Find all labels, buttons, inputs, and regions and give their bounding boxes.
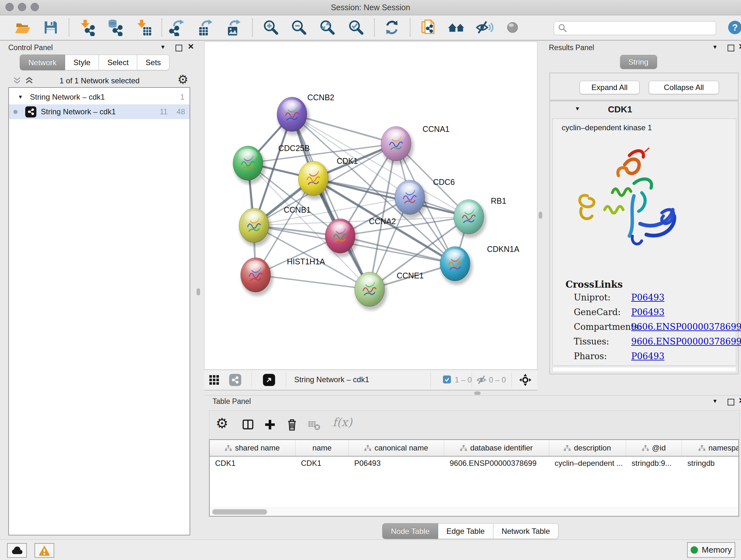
crosshair-icon[interactable] [519, 373, 532, 387]
node-CDK1[interactable]: CDK1 [298, 157, 358, 199]
node-RB1[interactable]: RB1 [454, 196, 507, 238]
table-cell[interactable]: CDK1 [210, 456, 295, 470]
grid-view-icon[interactable] [209, 375, 219, 385]
crosslink-value-link[interactable]: 9606.ENSP00000378699 [631, 336, 741, 347]
svg-text:?: ? [732, 22, 738, 33]
crosslink-value-link[interactable]: P06493 [631, 307, 664, 317]
tab-select[interactable]: Select [99, 55, 137, 70]
import-network-file-button[interactable] [78, 18, 96, 37]
collection-count: 1 [180, 92, 185, 102]
expand-all-button[interactable]: Expand All [580, 81, 639, 94]
detach-view-icon[interactable] [263, 374, 275, 386]
table-hscrollbar-thumb[interactable] [212, 509, 267, 515]
column-header-namespace[interactable]: namespace [682, 440, 739, 456]
collapse-all-button[interactable]: Collapse All [649, 81, 719, 94]
import-network-database-button[interactable] [106, 18, 124, 37]
tab-network-table[interactable]: Network Table [493, 523, 559, 539]
zoom-selected-button[interactable] [347, 18, 365, 37]
table-cell[interactable]: 9606.ENSP00000378699 [444, 456, 549, 470]
toolbar-search[interactable] [554, 21, 716, 35]
add-column-icon[interactable] [264, 419, 276, 430]
bottom-splitter-handle[interactable] [474, 391, 481, 395]
tab-node-table[interactable]: Node Table [382, 523, 438, 539]
gear-icon[interactable]: ⚙ [178, 72, 188, 86]
tab-style[interactable]: Style [65, 55, 99, 70]
zoom-fit-button[interactable] [318, 18, 337, 37]
delete-column-trash-icon[interactable] [286, 418, 298, 431]
column-header-name[interactable]: name [295, 440, 349, 456]
right-splitter-handle[interactable] [539, 212, 542, 219]
export-image-button[interactable] [225, 18, 243, 37]
zoom-out-button[interactable] [290, 18, 308, 37]
column-header-@id[interactable]: @id [626, 440, 682, 456]
search-input[interactable] [570, 23, 716, 33]
table-panel-close-icon[interactable]: ✕ [738, 396, 741, 405]
column-header-database-identifier[interactable]: database identifier [444, 440, 549, 456]
table-cell[interactable]: P06493 [349, 456, 444, 470]
zoom-in-button[interactable] [262, 18, 280, 37]
table-panel-float-icon[interactable]: ▼ [712, 398, 718, 405]
protein-scrollbar-track[interactable] [552, 367, 736, 372]
protein-structure-image [568, 146, 681, 252]
table-panel-maximize-icon[interactable] [728, 399, 734, 406]
split-columns-icon[interactable] [242, 419, 254, 430]
node-label-RB1: RB1 [491, 196, 507, 205]
refresh-button[interactable] [383, 18, 401, 37]
tab-string[interactable]: String [620, 55, 657, 69]
crosslink-value-link[interactable]: P06493 [631, 293, 664, 302]
results-panel-maximize-icon[interactable] [728, 45, 734, 51]
table-row[interactable]: CDK1CDK1P064939606.ENSP00000378699cyclin… [210, 456, 738, 470]
table-cell[interactable]: CDK1 [295, 456, 349, 470]
column-header-shared-name[interactable]: shared name [210, 440, 295, 456]
hidden-eye-icon[interactable] [476, 374, 488, 385]
import-table-file-button[interactable] [134, 18, 153, 37]
memory-status-dot [690, 546, 698, 554]
help-button[interactable]: ? [726, 18, 741, 37]
selected-checkbox-icon[interactable] [443, 375, 451, 383]
show-images-button[interactable] [503, 18, 522, 37]
save-session-button[interactable] [42, 18, 60, 37]
node-CCNE1[interactable]: CCNE1 [354, 271, 424, 310]
network-canvas[interactable]: CCNB2CCNA1CDC25BCDK1CDC6RB1CCNB1CCNA2CDK… [204, 42, 537, 370]
cloud-button[interactable] [7, 543, 27, 558]
open-session-button[interactable] [13, 18, 31, 37]
tree-caret-icon[interactable]: ▼ [18, 94, 23, 100]
table-cell[interactable]: stringdb [682, 456, 739, 470]
export-table-button[interactable] [197, 18, 215, 37]
toolbar-divider [374, 18, 375, 37]
memory-button[interactable]: Memory [687, 542, 735, 558]
column-header-description[interactable]: description [549, 440, 626, 456]
node-CDKN1A[interactable]: CDKN1A [440, 245, 520, 285]
string-home-button[interactable] [447, 18, 466, 37]
tab-network[interactable]: Network [20, 55, 65, 70]
control-panel-maximize-icon[interactable] [176, 45, 182, 51]
birds-eye-icon[interactable] [229, 374, 241, 386]
eye-slash-icon [475, 19, 493, 36]
table-settings-gear-icon[interactable]: ⚙ [216, 415, 228, 431]
results-panel-float-icon[interactable]: ▼ [712, 44, 718, 51]
node-CDC6[interactable]: CDC6 [395, 178, 455, 219]
hide-images-button[interactable] [475, 18, 494, 37]
export-network-button[interactable] [168, 18, 187, 37]
table-hscrollbar-track[interactable] [210, 508, 738, 516]
node-CCNB2[interactable]: CCNB2 [277, 93, 334, 135]
column-header-canonical-name[interactable]: canonical name [349, 440, 444, 456]
control-panel-close-icon[interactable]: ✕ [188, 42, 194, 51]
results-panel-close-icon[interactable]: ✕ [738, 42, 741, 51]
table-cell[interactable]: cyclin–dependent ... [549, 456, 626, 470]
table-cell[interactable]: stringdb:9... [626, 456, 682, 470]
control-panel-float-icon[interactable]: ▼ [160, 44, 165, 51]
tab-sets[interactable]: Sets [137, 55, 170, 70]
node-CCNB1[interactable]: CCNB1 [239, 205, 311, 246]
crosslink-value-link[interactable]: P06493 [631, 351, 664, 361]
crosslink-value-link[interactable]: 9606.ENSP00000378699 [631, 322, 741, 332]
edge-count: 48 [177, 107, 185, 116]
network-collection-row[interactable]: ▼ String Network – cdk1 1 [9, 90, 190, 105]
warnings-button[interactable] [35, 543, 54, 558]
network-row[interactable]: String Network – cdk1 11 48 [9, 105, 190, 119]
file-share-button[interactable] [419, 18, 437, 37]
zoom-in-icon [262, 19, 280, 36]
node-CCNA1[interactable]: CCNA1 [381, 125, 450, 165]
left-splitter-handle[interactable] [197, 288, 200, 295]
tab-edge-table[interactable]: Edge Table [438, 523, 493, 539]
